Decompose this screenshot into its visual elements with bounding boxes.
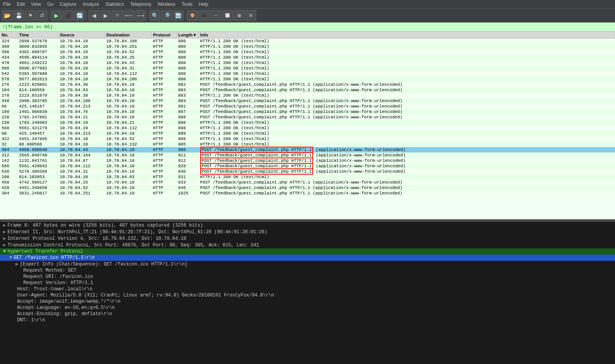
cell-info: HTTP/1.1 200 OK (text/html) bbox=[199, 93, 615, 98]
detail-row[interactable]: ▼GET /favicon.ico HTTP/1.1\r\n bbox=[0, 255, 615, 261]
col-header-time[interactable]: Time bbox=[17, 32, 58, 38]
toolbar-stop-capture[interactable]: ⬛ bbox=[62, 10, 73, 21]
table-row[interactable]: 470 4861.246222 10.70.84.10 10.70.84.43 … bbox=[0, 60, 615, 66]
detail-row[interactable]: ▶Frame 8: 407 bytes on wire (3256 bits),… bbox=[0, 222, 615, 229]
detail-row[interactable]: Host: frost-tower.local\r\n bbox=[0, 286, 615, 292]
table-row[interactable]: 230 1783.248983 10.70.84.10 10.70.84.21 … bbox=[0, 120, 615, 125]
cell-time: 2898.537676 bbox=[17, 38, 58, 44]
cell-no: 568 bbox=[0, 125, 17, 131]
table-row[interactable]: 190 1491.966839 10.70.84.76 10.70.84.10 … bbox=[0, 109, 615, 114]
menu-tools[interactable]: Tools bbox=[178, 1, 196, 8]
cell-info: HTTP/1.1 200 OK (text/html) bbox=[199, 66, 615, 71]
toolbar-colorize[interactable]: 🎨 bbox=[187, 10, 198, 21]
table-row[interactable]: 506 5096.977992 10.70.84.10 10.70.84.31 … bbox=[0, 66, 615, 71]
table-row[interactable]: 422 4451.347865 10.70.84.10 10.70.84.52 … bbox=[0, 136, 615, 142]
toolbar-close[interactable]: ✖ bbox=[25, 10, 36, 21]
table-row[interactable]: 106 814.103053 10.70.84.10 10.70.84.63 H… bbox=[0, 174, 615, 180]
table-row[interactable]: 542 5383.507880 10.70.84.10 10.70.84.112… bbox=[0, 71, 615, 76]
table-row[interactable]: 360 3669.832855 10.70.84.10 10.70.84.251… bbox=[0, 44, 615, 49]
table-row[interactable]: 494 4969.508540 10.70.84.43 10.70.84.10 … bbox=[0, 147, 615, 153]
detail-section[interactable]: ▶Frame 8: 407 bytes on wire (3256 bits),… bbox=[0, 222, 615, 364]
col-header-no[interactable]: No. bbox=[0, 32, 17, 38]
menu-capture[interactable]: Capture bbox=[57, 1, 80, 8]
toolbar-open[interactable]: 📂 bbox=[2, 10, 12, 21]
menu-edit[interactable]: Edit bbox=[14, 1, 28, 8]
table-row[interactable]: 324 2898.537676 10.70.84.10 10.70.84.106… bbox=[0, 38, 615, 44]
detail-row[interactable]: Request Version: HTTP/1.1 bbox=[0, 280, 615, 286]
table-row[interactable]: 312 2565.048740 10.70.84.164 10.70.84.10… bbox=[0, 153, 615, 158]
table-row[interactable]: 348 2998.383705 10.70.84.106 10.70.84.10… bbox=[0, 98, 615, 104]
col-header-source[interactable]: Source bbox=[58, 32, 105, 38]
cell-len: 880 bbox=[177, 66, 199, 71]
detail-row[interactable]: DNT: 1\r\n bbox=[0, 317, 615, 323]
toolbar-prev[interactable]: ⟵ bbox=[123, 10, 134, 21]
table-row[interactable]: 458 4742.509127 10.70.84.25 10.70.84.10 … bbox=[0, 180, 615, 185]
toolbar-forward[interactable]: ▶ bbox=[100, 10, 111, 21]
cell-proto: HTTP bbox=[151, 114, 177, 120]
detail-row[interactable]: Accept-Encoding: gzip, deflate\r\n bbox=[0, 311, 615, 317]
toolbar-extra[interactable]: ⊞ bbox=[245, 10, 256, 21]
table-row[interactable]: 566 5561.420042 10.70.84.112 10.70.84.10… bbox=[0, 163, 615, 169]
detail-row[interactable]: Accept: image/avif,image/webp,*/*\r\n bbox=[0, 298, 615, 305]
toolbar-search[interactable]: 🔍 bbox=[149, 10, 160, 21]
cell-time: 814.100559 bbox=[17, 87, 58, 93]
table-row[interactable]: 66 425.148167 10.70.84.213 10.70.84.10 H… bbox=[0, 104, 615, 109]
col-header-length[interactable]: Length▼ bbox=[177, 32, 199, 38]
menu-go[interactable]: Go bbox=[44, 1, 57, 8]
toolbar-back[interactable]: ◀ bbox=[88, 10, 99, 21]
detail-row[interactable]: User-Agent: Mozilla/5.0 (X11; CranPi; Li… bbox=[0, 292, 615, 298]
toolbar-start-capture[interactable]: ▶ bbox=[51, 10, 62, 21]
detail-row[interactable]: ▶Internet Protocol Version 4, Src: 10.70… bbox=[0, 235, 615, 242]
packet-list[interactable]: No. Time Source Destination Protocol Len… bbox=[0, 32, 615, 220]
menu-wireless[interactable]: Wireless bbox=[154, 1, 178, 8]
toolbar-save[interactable]: 💾 bbox=[13, 10, 24, 21]
menu-help[interactable]: Help bbox=[196, 1, 211, 8]
menu-analyze[interactable]: Analyze bbox=[80, 1, 102, 8]
table-row[interactable]: 276 2223.829801 10.70.84.38 10.70.84.10 … bbox=[0, 82, 615, 87]
detail-row[interactable]: ▶[Expert Info (Chat/Sequence): GET /favi… bbox=[0, 261, 615, 267]
detail-row[interactable]: ▼Hypertext Transfer Protocol bbox=[0, 248, 615, 255]
col-header-protocol[interactable]: Protocol bbox=[151, 32, 177, 38]
table-row[interactable]: 142 1132.841761 10.70.84.87 10.70.84.10 … bbox=[0, 158, 615, 163]
table-row[interactable]: 420 4451.346658 10.70.84.52 10.70.84.10 … bbox=[0, 185, 615, 191]
cell-no: 276 bbox=[0, 82, 17, 87]
toolbar-sep2 bbox=[87, 11, 87, 20]
toolbar-goto[interactable]: ↺ bbox=[112, 10, 123, 21]
menu-telephony[interactable]: Telephony bbox=[127, 1, 154, 8]
toolbar-autoscroll[interactable]: ⬛ bbox=[199, 10, 210, 21]
menu-statistics[interactable]: Statistics bbox=[102, 1, 127, 8]
cell-dst: 10.70.84.21 bbox=[105, 120, 151, 125]
menu-file[interactable]: File bbox=[0, 1, 14, 8]
toolbar-find-next[interactable]: ⬜ bbox=[222, 10, 233, 21]
table-row[interactable]: 68 425.149457 10.70.84.213 10.70.84.10 H… bbox=[0, 131, 615, 136]
cell-len: 911 bbox=[177, 153, 199, 158]
cell-len: 883 bbox=[177, 98, 199, 104]
table-row[interactable]: 384 3831.249817 10.70.84.251 10.70.84.10… bbox=[0, 191, 615, 196]
table-row[interactable]: 396 4302.898787 10.70.84.10 10.70.84.52 … bbox=[0, 49, 615, 55]
menu-view[interactable]: View bbox=[28, 1, 44, 8]
table-row[interactable]: 228 1783.247801 10.70.84.21 10.70.84.10 … bbox=[0, 114, 615, 120]
detail-row[interactable]: Request Method: GET bbox=[0, 267, 615, 274]
detail-row[interactable]: Request URI: /favicon.ico bbox=[0, 274, 615, 280]
toolbar-reload[interactable]: ↺ bbox=[36, 10, 47, 21]
toolbar-restart-capture[interactable]: 🔄 bbox=[74, 10, 85, 21]
table-row[interactable]: 568 5561.421279 10.70.84.10 10.70.84.112… bbox=[0, 125, 615, 131]
toolbar-zoom-out[interactable]: 🔙 bbox=[173, 10, 184, 21]
detail-row[interactable]: Accept-Language: en-US,en;q=0.5\r\n bbox=[0, 305, 615, 311]
detail-row[interactable]: ▶Ethernet II, Src: NorthPol_7f:21 (90:4e… bbox=[0, 229, 615, 235]
toolbar-find-packet[interactable]: — bbox=[210, 10, 221, 21]
table-row[interactable]: 278 2223.831079 10.70.84.38 10.70.84.10 … bbox=[0, 93, 615, 98]
toolbar-grid[interactable]: ▦ bbox=[234, 10, 244, 21]
table-row[interactable]: 578 5677.862613 10.70.84.10 10.70.84.206… bbox=[0, 76, 615, 82]
cell-proto: HTTP bbox=[151, 93, 177, 98]
table-row[interactable]: 530 5270.306368 10.70.84.31 10.70.84.10 … bbox=[0, 169, 615, 174]
col-header-destination[interactable]: Destination bbox=[105, 32, 151, 38]
toolbar-zoom-in[interactable]: 🔎 bbox=[161, 10, 172, 21]
table-row[interactable]: 434 4595.884114 10.70.84.10 10.70.84.25 … bbox=[0, 55, 615, 60]
table-row[interactable]: 32 86.980586 10.70.84.10 10.70.84.132 HT… bbox=[0, 142, 615, 147]
cell-no: 470 bbox=[0, 60, 17, 66]
toolbar-next[interactable]: ⟶ bbox=[135, 10, 146, 21]
table-row[interactable]: 104 814.100559 10.70.84.63 10.70.84.10 H… bbox=[0, 87, 615, 93]
detail-row[interactable]: ▶Transmission Control Protocol, Src Port… bbox=[0, 242, 615, 248]
col-header-info[interactable]: Info bbox=[199, 32, 615, 38]
